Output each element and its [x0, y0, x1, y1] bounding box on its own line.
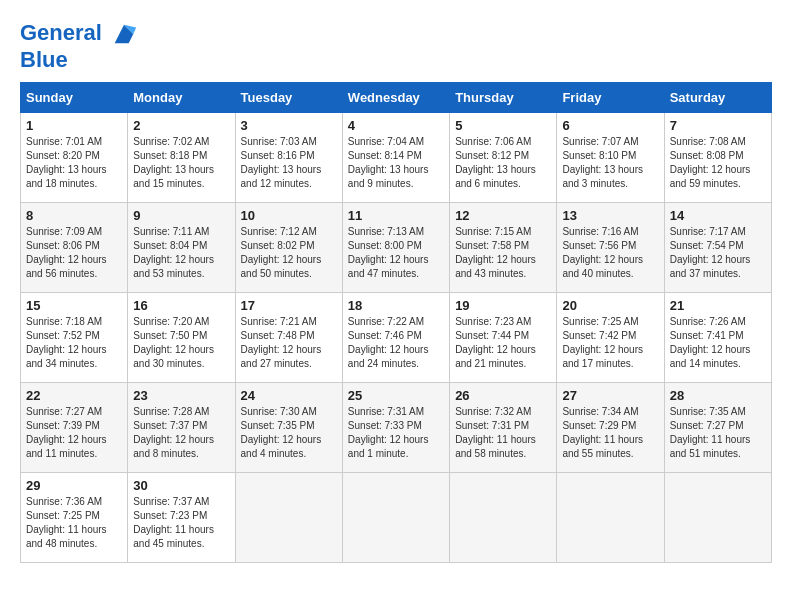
- calendar-cell: 11 Sunrise: 7:13 AMSunset: 8:00 PMDaylig…: [342, 203, 449, 293]
- col-header-saturday: Saturday: [664, 83, 771, 113]
- day-number: 8: [26, 208, 122, 223]
- day-info: Sunrise: 7:09 AMSunset: 8:06 PMDaylight:…: [26, 225, 122, 281]
- calendar-cell: [342, 473, 449, 563]
- calendar-cell: 14 Sunrise: 7:17 AMSunset: 7:54 PMDaylig…: [664, 203, 771, 293]
- day-info: Sunrise: 7:31 AMSunset: 7:33 PMDaylight:…: [348, 405, 444, 461]
- day-info: Sunrise: 7:35 AMSunset: 7:27 PMDaylight:…: [670, 405, 766, 461]
- day-number: 10: [241, 208, 337, 223]
- day-info: Sunrise: 7:26 AMSunset: 7:41 PMDaylight:…: [670, 315, 766, 371]
- col-header-wednesday: Wednesday: [342, 83, 449, 113]
- calendar-cell: [235, 473, 342, 563]
- calendar-cell: 15 Sunrise: 7:18 AMSunset: 7:52 PMDaylig…: [21, 293, 128, 383]
- day-number: 30: [133, 478, 229, 493]
- calendar-cell: 6 Sunrise: 7:07 AMSunset: 8:10 PMDayligh…: [557, 113, 664, 203]
- calendar-table: SundayMondayTuesdayWednesdayThursdayFrid…: [20, 82, 772, 563]
- day-info: Sunrise: 7:32 AMSunset: 7:31 PMDaylight:…: [455, 405, 551, 461]
- day-number: 15: [26, 298, 122, 313]
- calendar-cell: 7 Sunrise: 7:08 AMSunset: 8:08 PMDayligh…: [664, 113, 771, 203]
- logo-text: General: [20, 20, 138, 48]
- day-info: Sunrise: 7:28 AMSunset: 7:37 PMDaylight:…: [133, 405, 229, 461]
- calendar-cell: 24 Sunrise: 7:30 AMSunset: 7:35 PMDaylig…: [235, 383, 342, 473]
- day-info: Sunrise: 7:25 AMSunset: 7:42 PMDaylight:…: [562, 315, 658, 371]
- day-number: 18: [348, 298, 444, 313]
- day-info: Sunrise: 7:02 AMSunset: 8:18 PMDaylight:…: [133, 135, 229, 191]
- day-info: Sunrise: 7:20 AMSunset: 7:50 PMDaylight:…: [133, 315, 229, 371]
- calendar-cell: 20 Sunrise: 7:25 AMSunset: 7:42 PMDaylig…: [557, 293, 664, 383]
- day-info: Sunrise: 7:34 AMSunset: 7:29 PMDaylight:…: [562, 405, 658, 461]
- calendar-header-row: SundayMondayTuesdayWednesdayThursdayFrid…: [21, 83, 772, 113]
- calendar-cell: 12 Sunrise: 7:15 AMSunset: 7:58 PMDaylig…: [450, 203, 557, 293]
- day-number: 17: [241, 298, 337, 313]
- day-number: 29: [26, 478, 122, 493]
- calendar-cell: 26 Sunrise: 7:32 AMSunset: 7:31 PMDaylig…: [450, 383, 557, 473]
- day-number: 2: [133, 118, 229, 133]
- day-number: 21: [670, 298, 766, 313]
- calendar-week-row: 15 Sunrise: 7:18 AMSunset: 7:52 PMDaylig…: [21, 293, 772, 383]
- day-number: 1: [26, 118, 122, 133]
- day-info: Sunrise: 7:11 AMSunset: 8:04 PMDaylight:…: [133, 225, 229, 281]
- calendar-cell: 1 Sunrise: 7:01 AMSunset: 8:20 PMDayligh…: [21, 113, 128, 203]
- calendar-cell: 9 Sunrise: 7:11 AMSunset: 8:04 PMDayligh…: [128, 203, 235, 293]
- logo: General Blue: [20, 20, 138, 72]
- calendar-cell: 18 Sunrise: 7:22 AMSunset: 7:46 PMDaylig…: [342, 293, 449, 383]
- calendar-cell: 28 Sunrise: 7:35 AMSunset: 7:27 PMDaylig…: [664, 383, 771, 473]
- calendar-cell: 17 Sunrise: 7:21 AMSunset: 7:48 PMDaylig…: [235, 293, 342, 383]
- calendar-cell: 13 Sunrise: 7:16 AMSunset: 7:56 PMDaylig…: [557, 203, 664, 293]
- day-info: Sunrise: 7:07 AMSunset: 8:10 PMDaylight:…: [562, 135, 658, 191]
- calendar-cell: 5 Sunrise: 7:06 AMSunset: 8:12 PMDayligh…: [450, 113, 557, 203]
- day-number: 25: [348, 388, 444, 403]
- calendar-cell: 2 Sunrise: 7:02 AMSunset: 8:18 PMDayligh…: [128, 113, 235, 203]
- day-number: 16: [133, 298, 229, 313]
- day-number: 3: [241, 118, 337, 133]
- day-info: Sunrise: 7:06 AMSunset: 8:12 PMDaylight:…: [455, 135, 551, 191]
- day-info: Sunrise: 7:18 AMSunset: 7:52 PMDaylight:…: [26, 315, 122, 371]
- col-header-sunday: Sunday: [21, 83, 128, 113]
- day-number: 23: [133, 388, 229, 403]
- day-number: 5: [455, 118, 551, 133]
- logo-blue-text: Blue: [20, 48, 138, 72]
- day-number: 22: [26, 388, 122, 403]
- day-info: Sunrise: 7:21 AMSunset: 7:48 PMDaylight:…: [241, 315, 337, 371]
- day-number: 20: [562, 298, 658, 313]
- day-info: Sunrise: 7:16 AMSunset: 7:56 PMDaylight:…: [562, 225, 658, 281]
- day-info: Sunrise: 7:03 AMSunset: 8:16 PMDaylight:…: [241, 135, 337, 191]
- day-number: 27: [562, 388, 658, 403]
- col-header-tuesday: Tuesday: [235, 83, 342, 113]
- calendar-cell: 10 Sunrise: 7:12 AMSunset: 8:02 PMDaylig…: [235, 203, 342, 293]
- day-number: 14: [670, 208, 766, 223]
- calendar-cell: 25 Sunrise: 7:31 AMSunset: 7:33 PMDaylig…: [342, 383, 449, 473]
- day-number: 28: [670, 388, 766, 403]
- day-info: Sunrise: 7:27 AMSunset: 7:39 PMDaylight:…: [26, 405, 122, 461]
- calendar-week-row: 29 Sunrise: 7:36 AMSunset: 7:25 PMDaylig…: [21, 473, 772, 563]
- col-header-thursday: Thursday: [450, 83, 557, 113]
- page-header: General Blue: [20, 20, 772, 72]
- day-info: Sunrise: 7:01 AMSunset: 8:20 PMDaylight:…: [26, 135, 122, 191]
- day-info: Sunrise: 7:12 AMSunset: 8:02 PMDaylight:…: [241, 225, 337, 281]
- day-number: 9: [133, 208, 229, 223]
- day-info: Sunrise: 7:04 AMSunset: 8:14 PMDaylight:…: [348, 135, 444, 191]
- day-number: 19: [455, 298, 551, 313]
- calendar-cell: 27 Sunrise: 7:34 AMSunset: 7:29 PMDaylig…: [557, 383, 664, 473]
- calendar-week-row: 1 Sunrise: 7:01 AMSunset: 8:20 PMDayligh…: [21, 113, 772, 203]
- col-header-friday: Friday: [557, 83, 664, 113]
- calendar-week-row: 8 Sunrise: 7:09 AMSunset: 8:06 PMDayligh…: [21, 203, 772, 293]
- day-number: 7: [670, 118, 766, 133]
- day-info: Sunrise: 7:37 AMSunset: 7:23 PMDaylight:…: [133, 495, 229, 551]
- day-number: 11: [348, 208, 444, 223]
- calendar-cell: [664, 473, 771, 563]
- day-number: 6: [562, 118, 658, 133]
- day-number: 4: [348, 118, 444, 133]
- day-number: 24: [241, 388, 337, 403]
- day-info: Sunrise: 7:08 AMSunset: 8:08 PMDaylight:…: [670, 135, 766, 191]
- calendar-cell: 4 Sunrise: 7:04 AMSunset: 8:14 PMDayligh…: [342, 113, 449, 203]
- calendar-cell: 19 Sunrise: 7:23 AMSunset: 7:44 PMDaylig…: [450, 293, 557, 383]
- col-header-monday: Monday: [128, 83, 235, 113]
- day-info: Sunrise: 7:13 AMSunset: 8:00 PMDaylight:…: [348, 225, 444, 281]
- calendar-cell: 8 Sunrise: 7:09 AMSunset: 8:06 PMDayligh…: [21, 203, 128, 293]
- day-number: 26: [455, 388, 551, 403]
- calendar-cell: 21 Sunrise: 7:26 AMSunset: 7:41 PMDaylig…: [664, 293, 771, 383]
- calendar-cell: [450, 473, 557, 563]
- day-info: Sunrise: 7:22 AMSunset: 7:46 PMDaylight:…: [348, 315, 444, 371]
- day-info: Sunrise: 7:17 AMSunset: 7:54 PMDaylight:…: [670, 225, 766, 281]
- day-info: Sunrise: 7:36 AMSunset: 7:25 PMDaylight:…: [26, 495, 122, 551]
